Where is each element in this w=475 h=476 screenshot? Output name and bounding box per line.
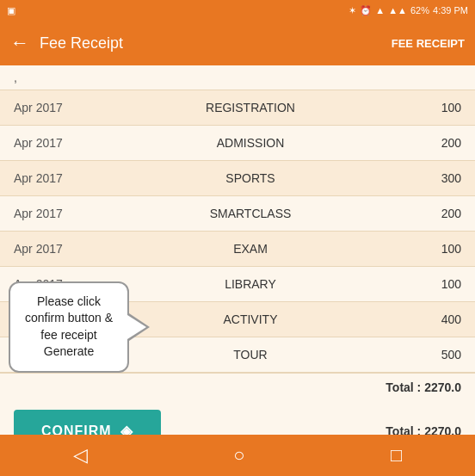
fee-description: REGISTRATION bbox=[91, 101, 410, 114]
fee-amount: 200 bbox=[410, 207, 461, 220]
fee-description: ADMISSION bbox=[91, 136, 410, 150]
table-row: Apr 2017 EXAM 100 bbox=[0, 232, 475, 267]
fee-date: Apr 2017 bbox=[14, 171, 91, 185]
status-bar-left: ▣ bbox=[7, 5, 349, 16]
truncated-indicator: , bbox=[0, 65, 475, 90]
fee-amount: 500 bbox=[410, 348, 461, 362]
bottom-nav: ◁ ○ □ bbox=[0, 435, 475, 476]
callout-tooltip: Please click confirm button & fee receip… bbox=[9, 281, 129, 373]
fee-amount: 100 bbox=[410, 277, 461, 291]
fee-description: EXAM bbox=[91, 242, 410, 256]
fee-description: LIBRARY bbox=[91, 277, 410, 291]
fee-amount: 400 bbox=[410, 312, 461, 326]
confirm-row: CONFIRM ◈ Total : 2270.0 bbox=[0, 401, 475, 435]
wifi-icon: ▲ bbox=[375, 5, 385, 15]
app-bar-title: Fee Receipt bbox=[40, 34, 392, 53]
total-section-1: Total : 2270.0 bbox=[0, 373, 475, 401]
fee-description: TOUR bbox=[91, 348, 410, 362]
fee-description: SMARTCLASS bbox=[91, 207, 410, 220]
fee-receipt-action[interactable]: FEE RECEIPT bbox=[392, 37, 465, 50]
notification-icon: ▣ bbox=[7, 5, 15, 16]
total-label-2: Total : 2270.0 bbox=[386, 424, 461, 435]
signal-icon: ▲▲ bbox=[388, 5, 407, 15]
confirm-button-icon: ◈ bbox=[120, 422, 133, 435]
table-row: Apr 2017 SPORTS 300 bbox=[0, 161, 475, 196]
confirm-button[interactable]: CONFIRM ◈ bbox=[14, 410, 161, 435]
status-bar: ▣ ✶ ⏰ ▲ ▲▲ 62% 4:39 PM bbox=[0, 0, 475, 21]
total-label-1: Total : 2270.0 bbox=[238, 380, 461, 394]
time-display: 4:39 PM bbox=[433, 5, 468, 15]
fee-amount: 100 bbox=[410, 242, 461, 256]
table-row: Apr 2017 REGISTRATION 100 bbox=[0, 90, 475, 126]
nav-home-button[interactable]: ○ bbox=[233, 444, 244, 467]
table-row: Apr 2017 ADMISSION 200 bbox=[0, 126, 475, 161]
nav-recent-button[interactable]: □ bbox=[391, 444, 402, 467]
table-row: Apr 2017 SMARTCLASS 200 bbox=[0, 196, 475, 232]
confirm-button-label: CONFIRM bbox=[41, 423, 112, 435]
callout-text: Please click confirm button & fee receip… bbox=[25, 294, 113, 359]
fee-amount: 300 bbox=[410, 171, 461, 185]
back-button[interactable]: ← bbox=[10, 32, 29, 54]
status-bar-right: ✶ ⏰ ▲ ▲▲ 62% 4:39 PM bbox=[349, 5, 468, 16]
fee-date: Apr 2017 bbox=[14, 242, 91, 256]
app-bar: ← Fee Receipt FEE RECEIPT bbox=[0, 21, 475, 65]
battery-percent: 62% bbox=[410, 5, 429, 15]
phone-frame: ▣ ✶ ⏰ ▲ ▲▲ 62% 4:39 PM ← Fee Receipt FEE… bbox=[0, 0, 475, 476]
fee-description: SPORTS bbox=[91, 171, 410, 185]
fee-date: Apr 2017 bbox=[14, 101, 91, 114]
alarm-icon: ⏰ bbox=[360, 5, 372, 16]
fee-date: Apr 2017 bbox=[14, 136, 91, 150]
bluetooth-icon: ✶ bbox=[349, 5, 356, 16]
content-area: , Apr 2017 REGISTRATION 100 Apr 2017 ADM… bbox=[0, 65, 475, 435]
nav-back-button[interactable]: ◁ bbox=[73, 444, 88, 467]
fee-amount: 200 bbox=[410, 136, 461, 150]
fee-date: Apr 2017 bbox=[14, 207, 91, 220]
fee-amount: 100 bbox=[410, 101, 461, 114]
